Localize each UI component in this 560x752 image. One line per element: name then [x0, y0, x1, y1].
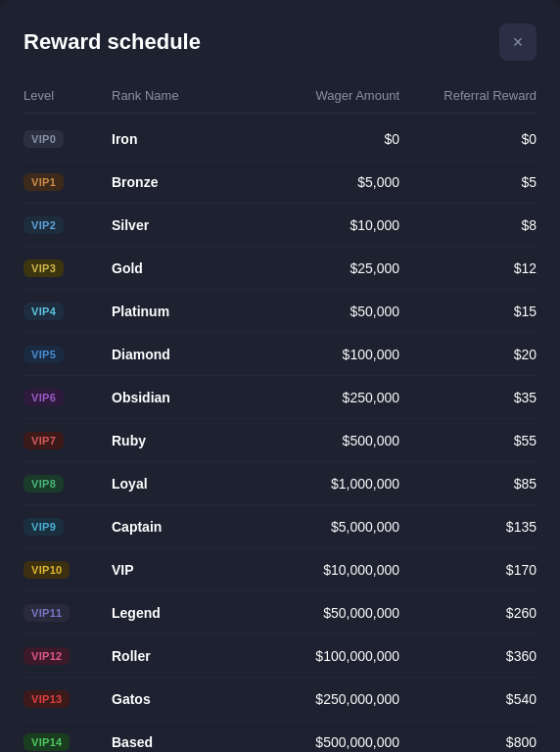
wager-amount: $50,000	[243, 304, 399, 319]
level-cell: VIP10	[23, 560, 112, 579]
referral-reward: $0	[399, 131, 537, 147]
rank-name: Gold	[112, 260, 243, 276]
rank-name: Bronze	[112, 174, 243, 190]
referral-reward: $15	[399, 304, 537, 319]
level-cell: VIP7	[23, 431, 112, 449]
wager-amount: $250,000,000	[243, 691, 399, 707]
level-cell: VIP4	[23, 302, 112, 320]
referral-reward: $55	[399, 433, 537, 448]
table-row: VIP3 Gold $25,000 $12	[23, 247, 537, 290]
reward-table: Level Rank Name Wager Amount Referral Re…	[23, 88, 537, 752]
rank-name: Silver	[112, 217, 243, 233]
header-reward: Referral Reward	[399, 88, 537, 103]
table-row: VIP11 Legend $50,000,000 $260	[23, 591, 537, 634]
level-cell: VIP3	[23, 258, 112, 277]
level-cell: VIP13	[23, 689, 112, 708]
level-badge: VIP0	[23, 130, 64, 148]
level-badge: VIP13	[23, 690, 70, 708]
referral-reward: $12	[399, 260, 537, 276]
rank-name: Roller	[112, 648, 243, 664]
table-row: VIP13 Gatos $250,000,000 $540	[23, 678, 537, 721]
level-cell: VIP9	[23, 517, 112, 536]
wager-amount: $5,000	[243, 174, 399, 190]
level-badge: VIP10	[23, 561, 70, 579]
table-row: VIP1 Bronze $5,000 $5	[23, 161, 537, 204]
rank-name: Ruby	[112, 433, 243, 448]
level-cell: VIP11	[23, 603, 112, 622]
close-button[interactable]: ×	[499, 24, 537, 61]
wager-amount: $50,000,000	[243, 605, 399, 621]
wager-amount: $500,000	[243, 433, 399, 448]
rank-name: Gatos	[112, 691, 243, 707]
rank-name: Obsidian	[112, 390, 243, 405]
rank-name: Loyal	[112, 476, 243, 492]
wager-amount: $500,000,000	[243, 734, 399, 750]
header-level: Level	[23, 88, 112, 103]
wager-amount: $100,000,000	[243, 648, 399, 664]
level-badge: VIP5	[23, 346, 64, 363]
level-badge: VIP14	[23, 733, 70, 751]
level-cell: VIP1	[23, 172, 112, 191]
wager-amount: $10,000	[243, 217, 399, 233]
level-cell: VIP5	[23, 345, 112, 363]
level-badge: VIP8	[23, 475, 64, 493]
referral-reward: $85	[399, 476, 537, 492]
table-header: Level Rank Name Wager Amount Referral Re…	[23, 88, 537, 114]
wager-amount: $0	[243, 131, 399, 147]
wager-amount: $25,000	[243, 260, 399, 276]
referral-reward: $360	[399, 648, 537, 664]
level-cell: VIP6	[23, 388, 112, 406]
level-cell: VIP8	[23, 474, 112, 493]
wager-amount: $10,000,000	[243, 562, 399, 578]
referral-reward: $170	[399, 562, 537, 578]
level-badge: VIP4	[23, 303, 64, 320]
table-row: VIP5 Diamond $100,000 $20	[23, 333, 537, 376]
wager-amount: $5,000,000	[243, 519, 399, 535]
reward-schedule-modal: Reward schedule × Level Rank Name Wager …	[0, 0, 560, 752]
header-wager: Wager Amount	[243, 88, 399, 103]
wager-amount: $100,000	[243, 347, 399, 362]
modal-title: Reward schedule	[23, 29, 201, 55]
table-row: VIP12 Roller $100,000,000 $360	[23, 634, 537, 678]
rank-name: Iron	[112, 131, 243, 147]
table-row: VIP9 Captain $5,000,000 $135	[23, 505, 537, 548]
level-cell: VIP0	[23, 129, 112, 148]
referral-reward: $5	[399, 174, 537, 190]
rank-name: Platinum	[112, 304, 243, 319]
referral-reward: $20	[399, 347, 537, 362]
header-rank: Rank Name	[112, 88, 243, 103]
table-row: VIP6 Obsidian $250,000 $35	[23, 376, 537, 419]
rank-name: Based	[112, 734, 243, 750]
level-cell: VIP14	[23, 732, 112, 751]
level-badge: VIP9	[23, 518, 64, 536]
table-row: VIP0 Iron $0 $0	[23, 118, 537, 161]
referral-reward: $260	[399, 605, 537, 621]
table-row: VIP2 Silver $10,000 $8	[23, 204, 537, 247]
level-badge: VIP6	[23, 389, 64, 406]
level-badge: VIP1	[23, 173, 64, 191]
level-badge: VIP7	[23, 432, 64, 449]
table-body: VIP0 Iron $0 $0 VIP1 Bronze $5,000 $5 VI…	[23, 118, 537, 752]
referral-reward: $800	[399, 734, 537, 750]
level-cell: VIP2	[23, 215, 112, 234]
table-row: VIP7 Ruby $500,000 $55	[23, 419, 537, 462]
level-badge: VIP11	[23, 604, 70, 622]
referral-reward: $35	[399, 390, 537, 405]
wager-amount: $250,000	[243, 390, 399, 405]
table-row: VIP4 Platinum $50,000 $15	[23, 290, 537, 333]
level-badge: VIP3	[23, 259, 64, 277]
referral-reward: $8	[399, 217, 537, 233]
table-row: VIP8 Loyal $1,000,000 $85	[23, 462, 537, 505]
level-cell: VIP12	[23, 646, 112, 665]
table-row: VIP10 VIP $10,000,000 $170	[23, 548, 537, 591]
table-row: VIP14 Based $500,000,000 $800	[23, 721, 537, 752]
referral-reward: $540	[399, 691, 537, 707]
rank-name: Captain	[112, 519, 243, 535]
referral-reward: $135	[399, 519, 537, 535]
rank-name: Legend	[112, 605, 243, 621]
level-badge: VIP12	[23, 647, 70, 665]
wager-amount: $1,000,000	[243, 476, 399, 492]
modal-header: Reward schedule ×	[23, 24, 537, 61]
level-badge: VIP2	[23, 216, 64, 234]
rank-name: Diamond	[112, 347, 243, 362]
